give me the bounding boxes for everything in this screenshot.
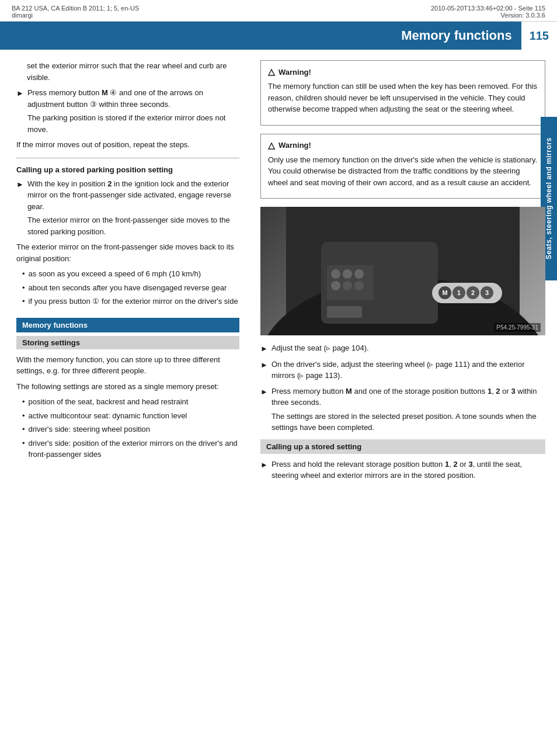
calling-title: Calling up a stored parking position set… <box>16 165 239 174</box>
header-right: 2010-05-20T13:33:46+02:00 - Seite 115 Ve… <box>431 5 545 19</box>
svg-point-9 <box>354 281 364 290</box>
storing-sub-header: Storing settings <box>16 336 239 349</box>
car-svg: M 1 2 3 <box>260 207 545 335</box>
store-bullet4: • driver's side: position of the exterio… <box>16 438 239 460</box>
section-title: Memory functions <box>0 28 521 43</box>
left-column: set the exterior mirror such that the re… <box>0 50 251 756</box>
svg-text:2: 2 <box>471 289 475 296</box>
press-memory-bullet: ► Press memory button M and one of the s… <box>260 386 545 434</box>
storing-text2: The following settings are stored as a s… <box>16 381 239 393</box>
adjust-seat-bullet: ► Adjust the seat (▹ page 104). <box>260 342 545 355</box>
document-header: BA 212 USA, CA Edition B 2011; 1; 5, en-… <box>0 0 557 22</box>
store-bullet2: • active multicontour seat: dynamic func… <box>16 410 239 422</box>
car-image: M 1 2 3 P54.25-7995-31 <box>260 207 545 335</box>
calling-bullet1: ► With the key in position 2 in the igni… <box>16 178 239 238</box>
dot-speed: • as soon as you exceed a speed of 6 mph… <box>16 268 239 280</box>
warning-title-2: △ Warning! <box>268 140 538 151</box>
warning-text-2: Only use the memory function on the driv… <box>268 154 538 189</box>
warning-box-1: △ Warning! The memory function can still… <box>260 60 545 126</box>
svg-text:3: 3 <box>485 289 489 296</box>
drivers-side-bullet: ► On the driver's side, adjust the steer… <box>260 359 545 382</box>
bullet-press-memory: ► Press memory button M ④ and one of the… <box>16 87 239 135</box>
svg-text:M: M <box>442 289 447 296</box>
svg-point-5 <box>343 269 352 279</box>
calling-stored-bullet: ► Press and hold the relevant storage po… <box>260 459 545 481</box>
calling-stored-header: Calling up a stored setting <box>260 439 545 454</box>
memory-section-header: Memory functions <box>16 318 239 332</box>
car-image-inner: M 1 2 3 P54.25-7995-31 <box>260 207 545 335</box>
svg-text:1: 1 <box>457 289 461 296</box>
intro-text: set the exterior mirror such that the re… <box>16 60 239 83</box>
if-mirror-text: If the mirror moves out of position, rep… <box>16 139 239 151</box>
svg-point-4 <box>331 269 340 279</box>
dot-seconds: • about ten seconds after you have disen… <box>16 282 239 294</box>
svg-point-7 <box>331 281 340 290</box>
warning-title-1: △ Warning! <box>268 67 538 77</box>
divider1 <box>16 158 239 158</box>
store-bullet1: • position of the seat, backrest and hea… <box>16 396 239 408</box>
svg-point-8 <box>343 281 352 290</box>
title-bar: Memory functions 115 <box>0 22 557 50</box>
svg-rect-10 <box>327 306 362 318</box>
memory-section: Memory functions Storing settings <box>16 318 239 349</box>
main-content: set the exterior mirror such that the re… <box>0 50 557 756</box>
right-column: △ Warning! The memory function can still… <box>251 50 557 756</box>
warning-icon-1: △ <box>268 67 275 77</box>
svg-point-6 <box>354 269 364 279</box>
warning-box-2: △ Warning! Only use the memory function … <box>260 134 545 199</box>
image-caption: P54.25-7995-31 <box>494 323 541 332</box>
header-left: BA 212 USA, CA Edition B 2011; 1; 5, en-… <box>12 5 139 19</box>
dot-button: • if you press button ① for the exterior… <box>16 296 239 307</box>
page-number: 115 <box>521 22 557 50</box>
warning-text-1: The memory function can still be used wh… <box>268 81 538 115</box>
store-bullet3: • driver's side: steering wheel position <box>16 424 239 435</box>
front-passenger-text: The exterior mirror on the front-passeng… <box>16 241 239 264</box>
warning-icon-2: △ <box>268 140 275 151</box>
storing-text1: With the memory function, you can store … <box>16 354 239 377</box>
